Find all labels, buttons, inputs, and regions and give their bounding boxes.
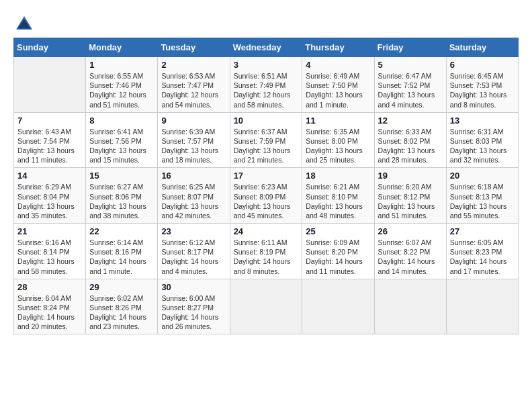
day-cell: 9Sunrise: 6:39 AMSunset: 7:57 PMDaylight…	[158, 112, 230, 168]
day-info: Sunrise: 6:47 AMSunset: 7:52 PMDaylight:…	[378, 71, 443, 109]
day-info: Sunrise: 6:29 AMSunset: 8:04 PMDaylight:…	[17, 182, 82, 220]
day-number: 12	[378, 116, 443, 126]
day-number: 4	[306, 60, 370, 70]
day-number: 30	[161, 282, 226, 292]
day-cell: 22Sunrise: 6:14 AMSunset: 8:16 PMDayligh…	[86, 224, 158, 279]
day-cell: 6Sunrise: 6:45 AMSunset: 7:53 PMDaylight…	[446, 57, 518, 113]
day-info: Sunrise: 6:02 AMSunset: 8:26 PMDaylight:…	[89, 293, 154, 332]
day-cell	[446, 279, 518, 334]
day-cell: 27Sunrise: 6:05 AMSunset: 8:23 PMDayligh…	[446, 224, 518, 279]
day-cell: 12Sunrise: 6:33 AMSunset: 8:02 PMDayligh…	[374, 112, 446, 168]
day-cell: 25Sunrise: 6:09 AMSunset: 8:20 PMDayligh…	[302, 224, 374, 279]
day-cell	[14, 57, 86, 113]
day-info: Sunrise: 6:12 AMSunset: 8:17 PMDaylight:…	[161, 238, 226, 276]
day-number: 16	[161, 171, 226, 181]
day-info: Sunrise: 6:09 AMSunset: 8:20 PMDaylight:…	[306, 238, 370, 276]
day-info: Sunrise: 6:23 AMSunset: 8:09 PMDaylight:…	[234, 182, 299, 220]
day-number: 13	[450, 116, 515, 126]
day-cell: 21Sunrise: 6:16 AMSunset: 8:14 PMDayligh…	[14, 224, 86, 279]
day-number: 18	[306, 171, 370, 181]
day-cell: 30Sunrise: 6:00 AMSunset: 8:27 PMDayligh…	[158, 279, 230, 334]
day-number: 21	[17, 226, 82, 236]
col-header-friday: Friday	[374, 38, 446, 57]
day-cell	[374, 279, 446, 334]
calendar-table: SundayMondayTuesdayWednesdayThursdayFrid…	[13, 38, 519, 334]
day-info: Sunrise: 6:33 AMSunset: 8:02 PMDaylight:…	[378, 127, 443, 165]
col-header-wednesday: Wednesday	[230, 38, 302, 57]
day-cell: 20Sunrise: 6:18 AMSunset: 8:13 PMDayligh…	[446, 168, 518, 224]
day-cell: 11Sunrise: 6:35 AMSunset: 8:00 PMDayligh…	[302, 112, 374, 168]
day-info: Sunrise: 6:00 AMSunset: 8:27 PMDaylight:…	[161, 293, 226, 332]
logo	[13, 13, 38, 35]
day-info: Sunrise: 6:20 AMSunset: 8:12 PMDaylight:…	[378, 182, 443, 220]
day-number: 10	[234, 116, 299, 126]
day-info: Sunrise: 6:27 AMSunset: 8:06 PMDaylight:…	[89, 182, 154, 220]
day-info: Sunrise: 6:53 AMSunset: 7:47 PMDaylight:…	[161, 71, 226, 109]
day-number: 9	[161, 116, 226, 126]
day-number: 26	[378, 226, 443, 236]
day-info: Sunrise: 6:18 AMSunset: 8:13 PMDaylight:…	[450, 182, 515, 220]
day-cell: 1Sunrise: 6:55 AMSunset: 7:46 PMDaylight…	[86, 57, 158, 113]
day-cell: 14Sunrise: 6:29 AMSunset: 8:04 PMDayligh…	[14, 168, 86, 224]
week-row-2: 7Sunrise: 6:43 AMSunset: 7:54 PMDaylight…	[14, 112, 519, 168]
day-info: Sunrise: 6:31 AMSunset: 8:03 PMDaylight:…	[450, 127, 515, 165]
day-number: 15	[89, 171, 154, 181]
day-number: 6	[450, 60, 515, 70]
logo-icon	[13, 13, 35, 35]
day-cell: 7Sunrise: 6:43 AMSunset: 7:54 PMDaylight…	[14, 112, 86, 168]
day-info: Sunrise: 6:49 AMSunset: 7:50 PMDaylight:…	[306, 71, 370, 109]
day-info: Sunrise: 6:21 AMSunset: 8:10 PMDaylight:…	[306, 182, 370, 220]
day-cell: 3Sunrise: 6:51 AMSunset: 7:49 PMDaylight…	[230, 57, 302, 113]
day-cell: 26Sunrise: 6:07 AMSunset: 8:22 PMDayligh…	[374, 224, 446, 279]
day-cell: 15Sunrise: 6:27 AMSunset: 8:06 PMDayligh…	[86, 168, 158, 224]
day-number: 17	[234, 171, 299, 181]
day-info: Sunrise: 6:39 AMSunset: 7:57 PMDaylight:…	[161, 127, 226, 165]
day-cell: 8Sunrise: 6:41 AMSunset: 7:56 PMDaylight…	[86, 112, 158, 168]
day-number: 3	[234, 60, 299, 70]
week-row-3: 14Sunrise: 6:29 AMSunset: 8:04 PMDayligh…	[14, 168, 519, 224]
day-number: 29	[89, 282, 154, 292]
day-number: 7	[17, 116, 82, 126]
day-info: Sunrise: 6:45 AMSunset: 7:53 PMDaylight:…	[450, 71, 515, 109]
day-cell: 17Sunrise: 6:23 AMSunset: 8:09 PMDayligh…	[230, 168, 302, 224]
day-number: 11	[306, 116, 370, 126]
day-number: 23	[161, 226, 226, 236]
day-cell: 10Sunrise: 6:37 AMSunset: 7:59 PMDayligh…	[230, 112, 302, 168]
day-cell: 28Sunrise: 6:04 AMSunset: 8:24 PMDayligh…	[14, 279, 86, 334]
day-info: Sunrise: 6:25 AMSunset: 8:07 PMDaylight:…	[161, 182, 226, 220]
day-number: 2	[161, 60, 226, 70]
day-cell	[302, 279, 374, 334]
calendar-header: SundayMondayTuesdayWednesdayThursdayFrid…	[14, 38, 519, 57]
week-row-4: 21Sunrise: 6:16 AMSunset: 8:14 PMDayligh…	[14, 224, 519, 279]
col-header-saturday: Saturday	[446, 38, 518, 57]
col-header-sunday: Sunday	[14, 38, 86, 57]
day-info: Sunrise: 6:55 AMSunset: 7:46 PMDaylight:…	[89, 71, 154, 109]
day-info: Sunrise: 6:51 AMSunset: 7:49 PMDaylight:…	[234, 71, 299, 109]
col-header-tuesday: Tuesday	[158, 38, 230, 57]
day-info: Sunrise: 6:14 AMSunset: 8:16 PMDaylight:…	[89, 238, 154, 276]
col-header-thursday: Thursday	[302, 38, 374, 57]
day-number: 1	[89, 60, 154, 70]
day-info: Sunrise: 6:05 AMSunset: 8:23 PMDaylight:…	[450, 238, 515, 276]
day-info: Sunrise: 6:41 AMSunset: 7:56 PMDaylight:…	[89, 127, 154, 165]
day-info: Sunrise: 6:43 AMSunset: 7:54 PMDaylight:…	[17, 127, 82, 165]
day-cell: 4Sunrise: 6:49 AMSunset: 7:50 PMDaylight…	[302, 57, 374, 113]
day-number: 28	[17, 282, 82, 292]
day-number: 14	[17, 171, 82, 181]
day-info: Sunrise: 6:07 AMSunset: 8:22 PMDaylight:…	[378, 238, 443, 276]
day-info: Sunrise: 6:35 AMSunset: 8:00 PMDaylight:…	[306, 127, 370, 165]
day-cell: 13Sunrise: 6:31 AMSunset: 8:03 PMDayligh…	[446, 112, 518, 168]
week-row-5: 28Sunrise: 6:04 AMSunset: 8:24 PMDayligh…	[14, 279, 519, 334]
day-cell: 24Sunrise: 6:11 AMSunset: 8:19 PMDayligh…	[230, 224, 302, 279]
day-number: 8	[89, 116, 154, 126]
day-info: Sunrise: 6:37 AMSunset: 7:59 PMDaylight:…	[234, 127, 299, 165]
day-cell: 29Sunrise: 6:02 AMSunset: 8:26 PMDayligh…	[86, 279, 158, 334]
page-header	[13, 13, 519, 35]
day-number: 22	[89, 226, 154, 236]
day-info: Sunrise: 6:16 AMSunset: 8:14 PMDaylight:…	[17, 238, 82, 276]
day-cell: 16Sunrise: 6:25 AMSunset: 8:07 PMDayligh…	[158, 168, 230, 224]
header-row: SundayMondayTuesdayWednesdayThursdayFrid…	[14, 38, 519, 57]
day-cell: 18Sunrise: 6:21 AMSunset: 8:10 PMDayligh…	[302, 168, 374, 224]
day-number: 5	[378, 60, 443, 70]
day-info: Sunrise: 6:11 AMSunset: 8:19 PMDaylight:…	[234, 238, 299, 276]
